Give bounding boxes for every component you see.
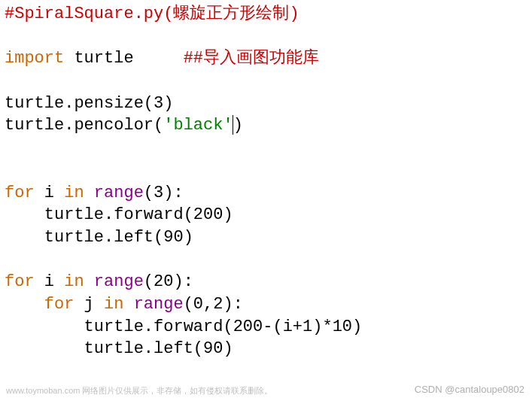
code-token: for	[5, 272, 35, 291]
code-token: i	[35, 184, 65, 202]
code-token: range	[134, 295, 184, 314]
code-token: for	[5, 184, 35, 202]
code-token: )	[233, 116, 243, 135]
code-token: turtle.forward(200)	[5, 205, 233, 224]
code-token: turtle.left(90)	[5, 339, 233, 358]
code-line: for i in range(20):	[5, 271, 527, 293]
code-line: #SpiralSquare.py(螺旋正方形绘制)	[5, 3, 527, 26]
code-token: (20):	[144, 272, 193, 291]
code-token	[84, 184, 94, 202]
code-line: turtle.forward(200)	[5, 204, 527, 226]
code-token: #SpiralSquare.py(螺旋正方形绘制)	[5, 5, 299, 23]
code-token: 'black'	[163, 116, 233, 135]
code-token: j	[74, 295, 104, 314]
code-token: turtle.left(90)	[5, 228, 193, 247]
code-token: in	[104, 295, 123, 314]
code-line: import turtle ##导入画图功能库	[5, 47, 527, 70]
code-line: turtle.left(90)	[5, 338, 527, 360]
code-token: in	[64, 272, 84, 291]
code-token: for	[44, 295, 74, 314]
watermark-right: CSDN @cantaloupe0802	[415, 383, 524, 396]
code-token: turtle.pensize(3)	[5, 94, 173, 113]
code-line	[5, 26, 527, 48]
code-token: turtle	[64, 49, 183, 68]
code-line	[5, 137, 527, 159]
code-line: turtle.pensize(3)	[5, 93, 527, 115]
code-line	[5, 249, 527, 272]
code-token	[84, 272, 94, 291]
code-token: (0,2):	[184, 295, 243, 314]
code-token: range	[94, 184, 144, 202]
code-token: turtle.pencolor(	[5, 116, 163, 135]
code-token: import	[5, 49, 64, 68]
code-line	[5, 70, 527, 93]
code-view: #SpiralSquare.py(螺旋正方形绘制) import turtle …	[0, 0, 532, 363]
code-line: turtle.forward(200-(i+1)*10)	[5, 316, 527, 339]
code-token: in	[64, 184, 84, 202]
code-line: turtle.left(90)	[5, 226, 527, 249]
code-line: for i in range(3):	[5, 182, 527, 205]
code-token: (3):	[144, 184, 184, 202]
code-token: ##导入画图功能库	[184, 49, 319, 68]
code-token: range	[94, 272, 144, 291]
code-token: turtle.forward(200-(i+1)*10)	[5, 317, 362, 336]
code-line: turtle.pencolor('black')	[5, 114, 527, 137]
code-token	[123, 295, 133, 314]
code-token	[5, 295, 44, 314]
watermark-left: www.toymoban.com 网络图片仅供展示，非存储，如有侵权请联系删除。	[6, 385, 272, 396]
code-line: for j in range(0,2):	[5, 293, 527, 316]
code-token: i	[35, 272, 65, 291]
code-line	[5, 159, 527, 182]
